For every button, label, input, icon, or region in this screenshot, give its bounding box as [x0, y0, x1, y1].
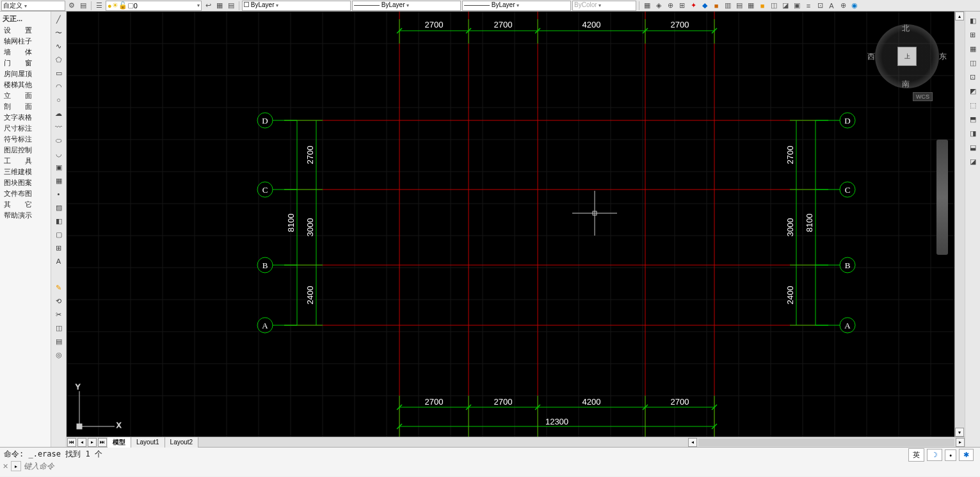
ellipse-arc-icon[interactable]: ◡: [52, 147, 65, 160]
modify-tool-4[interactable]: ◫: [52, 321, 65, 334]
hscroll-right-icon[interactable]: ▸: [956, 438, 965, 447]
sidebar-item-15[interactable]: 文件布图: [0, 188, 51, 199]
sidebar-item-1[interactable]: 轴网柱子: [0, 36, 51, 47]
layer-icon-3[interactable]: ▤: [226, 1, 236, 11]
lineweight-combo[interactable]: ———— ByLayer ▾: [462, 1, 571, 11]
tab-prev-icon[interactable]: ◂: [77, 438, 86, 447]
command-prompt-icon[interactable]: ▸: [11, 461, 21, 471]
right-tool-6[interactable]: ⬚: [967, 99, 979, 111]
ribbon-icon-1[interactable]: ▦: [642, 1, 652, 11]
toolbar-icon-2[interactable]: ▤: [78, 1, 88, 11]
ribbon-icon-5[interactable]: ✦: [688, 1, 698, 11]
sidebar-item-0[interactable]: 设 置: [0, 25, 51, 36]
insert-block-icon[interactable]: ▣: [52, 161, 65, 174]
modify-tool-5[interactable]: ▤: [52, 335, 65, 348]
sidebar-item-5[interactable]: 楼梯其他: [0, 79, 51, 90]
sidebar-item-12[interactable]: 工 具: [0, 156, 51, 166]
tab-layout1[interactable]: Layout1: [131, 437, 165, 448]
sidebar-item-8[interactable]: 文字表格: [0, 112, 51, 123]
ribbon-icon-13[interactable]: ◪: [780, 1, 791, 11]
ribbon-icon-2[interactable]: ◈: [654, 1, 664, 11]
rectangle-icon[interactable]: ▭: [52, 67, 65, 79]
ellipse-icon[interactable]: ⬭: [52, 134, 65, 147]
point-icon[interactable]: •: [52, 188, 65, 200]
ribbon-icon-3[interactable]: ⊕: [665, 1, 675, 11]
table-icon[interactable]: ⊞: [52, 241, 65, 254]
sidebar-item-10[interactable]: 符号标注: [0, 134, 51, 145]
ribbon-icon-17[interactable]: A: [826, 1, 837, 11]
layer-icon-2[interactable]: ▦: [214, 1, 225, 11]
polygon-icon[interactable]: ⬠: [52, 53, 65, 66]
circle-icon[interactable]: ○: [52, 93, 65, 106]
ribbon-icon-4[interactable]: ⊞: [677, 1, 687, 11]
right-tool-3[interactable]: ◫: [967, 56, 979, 69]
layerprev-icon[interactable]: ↩: [203, 1, 213, 11]
ribbon-icon-8[interactable]: ▥: [723, 1, 733, 11]
right-tool-4[interactable]: ⊡: [967, 70, 979, 83]
right-tool-7[interactable]: ⬒: [967, 113, 979, 125]
right-tool-8[interactable]: ◨: [967, 127, 979, 140]
modify-tool-3[interactable]: ✂: [52, 308, 65, 321]
layer-combo[interactable]: ●☀🔓▢ 0 ▾: [106, 1, 202, 11]
workspace-combo[interactable]: 自定义 ▾: [1, 1, 65, 11]
arc-icon[interactable]: ◠: [52, 80, 65, 93]
ime-dot-icon[interactable]: •: [945, 449, 956, 461]
navigation-bar[interactable]: [936, 140, 948, 255]
ribbon-icon-9[interactable]: ▤: [734, 1, 744, 11]
sidebar-item-4[interactable]: 房间屋顶: [0, 69, 51, 79]
linetype-combo[interactable]: ———— ByLayer ▾: [352, 1, 461, 11]
model-space-canvas[interactable]: D C B A D C B A 2700 2700 4200 2700 2700…: [67, 12, 965, 437]
tab-next-icon[interactable]: ▸: [88, 438, 97, 447]
sidebar-item-11[interactable]: 图层控制: [0, 145, 51, 156]
ribbon-icon-14[interactable]: ▣: [792, 1, 802, 11]
right-tool-2[interactable]: ▦: [967, 42, 979, 55]
view-cube[interactable]: 上 北 南 西 东 WCS: [875, 24, 939, 88]
ribbon-icon-18[interactable]: ⊕: [838, 1, 848, 11]
tab-layout2[interactable]: Layout2: [165, 437, 199, 448]
ribbon-icon-15[interactable]: ≡: [803, 1, 814, 11]
sidebar-item-6[interactable]: 立 面: [0, 90, 51, 101]
sidebar-item-13[interactable]: 三维建模: [0, 166, 51, 177]
ime-lang-button[interactable]: 英: [908, 448, 924, 462]
right-tool-10[interactable]: ◪: [967, 155, 979, 168]
tab-last-icon[interactable]: ⏭: [98, 438, 107, 447]
ribbon-icon-10[interactable]: ▦: [746, 1, 756, 11]
sidebar-item-3[interactable]: 门 窗: [0, 58, 51, 69]
ribbon-icon-11[interactable]: ■: [757, 1, 767, 11]
ime-gear-icon[interactable]: ✱: [959, 449, 974, 461]
right-tool-1[interactable]: ⊞: [967, 28, 979, 41]
color-combo[interactable]: ByLayer ▾: [242, 1, 351, 11]
ribbon-icon-16[interactable]: ⊡: [815, 1, 825, 11]
modify-tool-1[interactable]: ✎: [52, 281, 65, 294]
vertical-scrollbar[interactable]: ▴ ▾: [954, 12, 965, 437]
line-icon[interactable]: ╱: [52, 13, 65, 26]
layer-states-icon[interactable]: ☰: [94, 1, 104, 11]
command-input[interactable]: [24, 462, 977, 471]
hatch-icon[interactable]: ▨: [52, 201, 65, 214]
region-icon[interactable]: ▢: [52, 228, 65, 241]
close-command-icon[interactable]: ✕: [3, 462, 8, 471]
spline2-icon[interactable]: 〰: [52, 120, 65, 133]
tab-model[interactable]: 模型: [108, 437, 131, 448]
ribbon-icon-6[interactable]: ◆: [700, 1, 710, 11]
sidebar-item-16[interactable]: 其 它: [0, 199, 51, 210]
gradient-icon[interactable]: ◧: [52, 214, 65, 227]
sidebar-item-14[interactable]: 图块图案: [0, 177, 51, 188]
make-block-icon[interactable]: ▦: [52, 174, 65, 187]
sidebar-item-9[interactable]: 尺寸标注: [0, 123, 51, 134]
hscroll-left-icon[interactable]: ◂: [688, 438, 697, 447]
revcloud-icon[interactable]: ☁: [52, 107, 65, 120]
ribbon-icon-19[interactable]: ◉: [849, 1, 860, 11]
ribbon-icon-7[interactable]: ■: [711, 1, 721, 11]
right-tool-0[interactable]: ◧: [967, 14, 979, 27]
drawing-area[interactable]: D C B A D C B A 2700 2700 4200 2700 2700…: [67, 12, 965, 447]
text-icon[interactable]: A: [52, 255, 65, 268]
ime-moon-icon[interactable]: ☽: [927, 449, 942, 461]
tab-first-icon[interactable]: ⏮: [67, 438, 76, 447]
modify-tool-6[interactable]: ◎: [52, 348, 65, 361]
modify-tool-2[interactable]: ⟲: [52, 295, 65, 307]
sidebar-item-17[interactable]: 帮助演示: [0, 210, 51, 221]
spline-icon[interactable]: ∿: [52, 40, 65, 53]
right-tool-9[interactable]: ⬓: [967, 141, 979, 154]
polyline-icon[interactable]: 〜: [52, 26, 65, 39]
